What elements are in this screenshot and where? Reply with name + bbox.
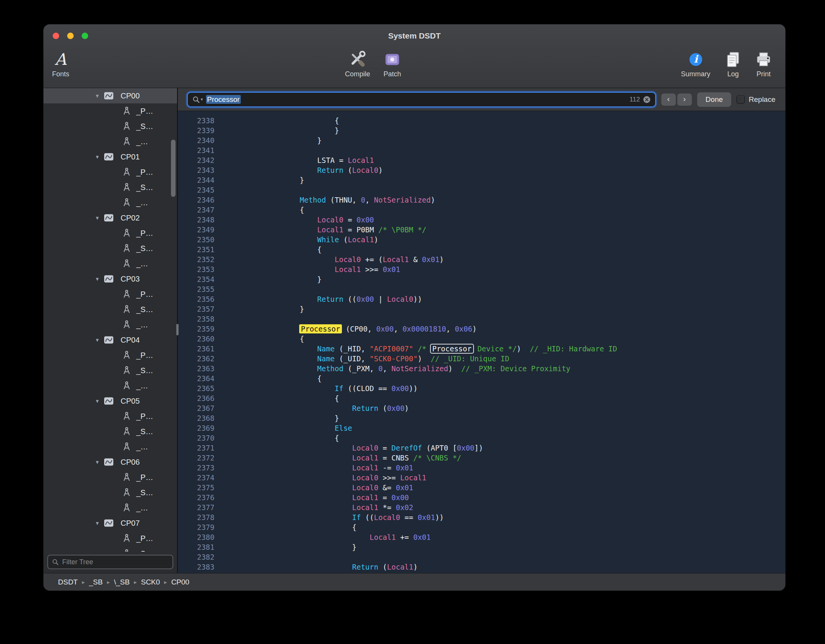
code-editor[interactable]: 2338 {2339 }2340 }23412342 LSTA = Local1… (178, 111, 785, 573)
code-text: } (265, 304, 304, 314)
disclosure-triangle-icon[interactable]: ▼ (94, 276, 101, 282)
tree-item-child[interactable]: _P… (44, 164, 177, 180)
disclosure-triangle-icon[interactable]: ▼ (94, 398, 101, 404)
code-text: Local1 *= 0x02 (265, 502, 413, 512)
breadcrumb-item[interactable]: _SB (89, 578, 103, 586)
info-icon: i (681, 49, 710, 70)
compile-button[interactable]: Compile (345, 49, 370, 78)
breadcrumb-separator: ▸ (134, 579, 137, 586)
tree-item-child[interactable]: _… (44, 317, 177, 332)
line-number: 2351 (178, 245, 214, 254)
line-number: 2376 (178, 493, 214, 502)
code-line: 2339 } (178, 126, 785, 135)
search-menu-icon[interactable]: ▾ (192, 96, 203, 103)
tree-item-child[interactable]: _… (44, 195, 177, 210)
close-window-button[interactable] (53, 32, 59, 39)
line-number: 2354 (178, 274, 214, 284)
tree-item-child[interactable]: _P… (44, 103, 177, 119)
code-text: Return (Local0) (265, 165, 383, 175)
tree-item-child[interactable]: _… (44, 256, 177, 271)
breadcrumb-item[interactable]: SCK0 (141, 578, 160, 586)
line-number: 2366 (178, 393, 214, 403)
tree-item-child[interactable]: _P… (44, 287, 177, 302)
filter-tree-field[interactable]: Filter Tree (47, 555, 173, 569)
clear-search-button[interactable] (643, 96, 651, 103)
editor-pane: ▾ Processor 112 ‹ › Done (178, 88, 785, 573)
disclosure-triangle-icon[interactable]: ▼ (94, 337, 101, 343)
line-number: 2357 (178, 304, 214, 314)
tree-item-label: CP07 (121, 519, 140, 528)
disclosure-triangle-icon[interactable]: ▼ (94, 93, 101, 99)
tree-item-cp04[interactable]: ▼CP04 (44, 332, 177, 348)
breadcrumb-item[interactable]: CP00 (171, 578, 190, 586)
scope-icon (104, 458, 114, 466)
line-number: 2342 (178, 155, 214, 165)
find-next-button[interactable]: › (677, 93, 692, 106)
code-line: 2344 } (178, 175, 785, 185)
tree-item-label: _P… (136, 229, 153, 238)
summary-button[interactable]: i Summary (681, 49, 710, 78)
tree-item-child[interactable]: _… (44, 134, 177, 149)
dsdt-tree: ▼CP00_P…_S…_…▼CP01_P…_S…_…▼CP02_P…_S…_…▼… (44, 88, 177, 552)
breadcrumb-item[interactable]: \_SB (114, 578, 130, 586)
breadcrumb-item[interactable]: DSDT (58, 578, 78, 586)
tree-item-child[interactable]: _… (44, 439, 177, 454)
tree-item-child[interactable]: _P… (44, 470, 177, 485)
disclosure-triangle-icon[interactable]: ▼ (94, 459, 101, 465)
fonts-button[interactable]: A Fonts (52, 49, 69, 78)
find-input[interactable]: ▾ Processor 112 (187, 92, 656, 107)
code-line: 2355 (178, 284, 785, 294)
tree-item-cp06[interactable]: ▼CP06 (44, 454, 177, 470)
tree-item-label: CP03 (121, 275, 140, 283)
print-button[interactable]: Print (754, 49, 773, 78)
tree-item-cp03[interactable]: ▼CP03 (44, 271, 177, 287)
log-button[interactable]: Log (724, 49, 742, 78)
sidebar-splitter[interactable] (177, 88, 178, 573)
disclosure-triangle-icon[interactable]: ▼ (94, 520, 101, 526)
minimize-window-button[interactable] (67, 32, 74, 39)
tree-item-child[interactable]: _S… (44, 363, 177, 378)
tree-item-child[interactable]: _S… (44, 424, 177, 439)
code-text: Method (_PXM, 0, NotSerialized) // _PXM:… (265, 364, 570, 374)
tree-item-child[interactable]: _S… (44, 180, 177, 195)
window-title: System DSDT (388, 31, 441, 40)
tree-item-child[interactable]: _… (44, 500, 177, 515)
sidebar-scrollbar-thumb[interactable] (171, 140, 176, 197)
titlebar[interactable]: System DSDT (44, 24, 785, 47)
tree-item-child[interactable]: _… (44, 378, 177, 393)
done-button[interactable]: Done (697, 92, 731, 107)
tree-item-child[interactable]: _S… (44, 302, 177, 317)
tree-item-child[interactable]: _S… (44, 241, 177, 256)
line-number: 2379 (178, 522, 214, 532)
disclosure-triangle-icon[interactable]: ▼ (94, 154, 101, 160)
tree-item-label: _S… (136, 427, 153, 436)
find-previous-button[interactable]: ‹ (661, 93, 676, 106)
tree-item-cp01[interactable]: ▼CP01 (44, 149, 177, 164)
tree-item-cp07[interactable]: ▼CP07 (44, 515, 177, 531)
tree-item-child[interactable]: _P… (44, 348, 177, 363)
tree-item-child[interactable]: _S… (44, 485, 177, 500)
patch-button[interactable]: Patch (383, 49, 401, 78)
zoom-window-button[interactable] (82, 32, 88, 39)
tree-item-cp05[interactable]: ▼CP05 (44, 393, 177, 409)
tree-item-label: _S… (136, 305, 153, 314)
filter-area: Filter Tree (44, 552, 177, 573)
tree-item-child[interactable]: _S… (44, 546, 177, 552)
tree-item-child[interactable]: _P… (44, 531, 177, 546)
splitter-handle[interactable] (176, 324, 179, 335)
replace-checkbox[interactable] (736, 95, 745, 104)
line-number: 2364 (178, 374, 214, 383)
tree-item-child[interactable]: _P… (44, 225, 177, 241)
tree-item-child[interactable]: _S… (44, 119, 177, 134)
scope-icon (104, 153, 114, 161)
tree-item-child[interactable]: _P… (44, 409, 177, 424)
code-line: 2357 } (178, 304, 785, 314)
tree-item-cp02[interactable]: ▼CP02 (44, 210, 177, 225)
disclosure-triangle-icon[interactable]: ▼ (94, 215, 101, 221)
code-text: Processor (CP00, 0x00, 0x00001810, 0x06) (265, 324, 477, 334)
status-bar: DSDT▸_SB▸\_SB▸SCK0▸CP00 (44, 573, 785, 591)
tree-item-label: _… (136, 382, 148, 390)
code-text: Local1 >>= 0x01 (265, 264, 400, 274)
fonts-icon: A (52, 49, 69, 70)
tree-item-cp00[interactable]: ▼CP00 (44, 88, 177, 103)
